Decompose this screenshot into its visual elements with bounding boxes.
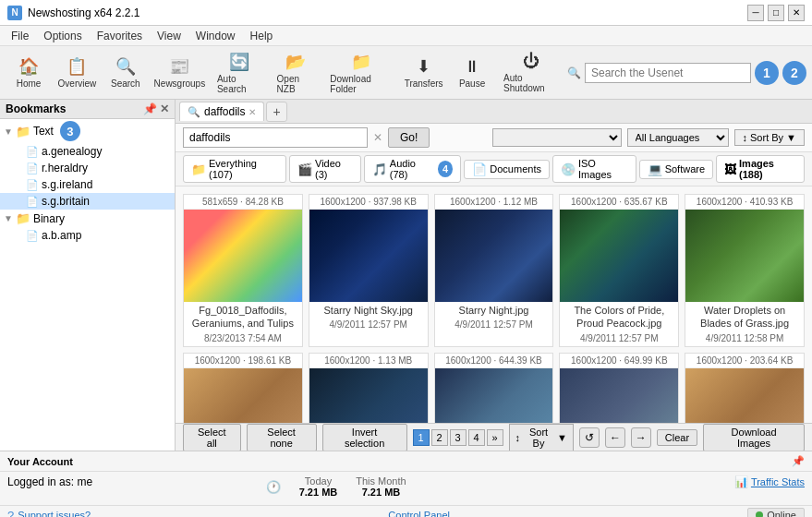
invert-selection-button[interactable]: Invert selection — [322, 424, 407, 451]
image-card-0[interactable]: 581x659 · 84.28 KB Fg_0018_Daffodils, Ge… — [183, 194, 303, 347]
menu-item-file[interactable]: File — [4, 28, 36, 44]
control-panel-text[interactable]: Control Panel — [388, 510, 450, 517]
content-search-input[interactable] — [183, 127, 368, 148]
account-header: Your Account 📌 — [0, 451, 812, 472]
language-select-empty[interactable] — [492, 128, 622, 147]
auto-shutdown-button[interactable]: ⏻ Auto Shutdown — [497, 48, 565, 97]
page-2-button[interactable]: 2 — [431, 429, 448, 446]
usenet-search-area: 🔍 1 2 — [567, 61, 806, 85]
clear-button[interactable]: Clear — [657, 429, 697, 446]
tab-close-button[interactable]: ✕ — [248, 107, 256, 117]
auto-search-button[interactable]: 🔄 Auto Search — [211, 48, 269, 98]
genealogy-label: a.genealogy — [42, 145, 102, 158]
maximize-button[interactable]: □ — [768, 5, 784, 21]
newsgroups-icon: 📰 — [169, 56, 189, 77]
sidebar-item-genealogy[interactable]: 📄 a.genealogy — [0, 143, 175, 160]
image-card-3[interactable]: 1600x1200 · 635.67 KB The Colors of Prid… — [559, 194, 679, 347]
support-icon: ? — [7, 509, 14, 518]
select-none-button[interactable]: Select none — [247, 424, 317, 451]
page-1-button[interactable]: 1 — [413, 429, 430, 446]
menu-item-view[interactable]: View — [150, 28, 188, 44]
download-images-button[interactable]: Download Images — [703, 424, 805, 451]
open-nzb-button[interactable]: 📂 Open NZB — [271, 48, 322, 98]
image-thumb-5 — [184, 368, 302, 423]
minimize-button[interactable]: ─ — [747, 5, 764, 21]
bottom-action-bar: Select all Select none Invert selection … — [176, 423, 812, 451]
bottom-sort-button[interactable]: ↕ Sort By ▼ — [509, 424, 574, 451]
control-panel-link[interactable]: Control Panel — [388, 509, 450, 517]
image-card-9[interactable]: 1600x1200 · 203.64 KB — [685, 353, 805, 423]
images-icon: 🖼 — [724, 162, 736, 176]
cat-video[interactable]: 🎬 Video (3) — [289, 155, 361, 183]
page-next-button[interactable]: » — [487, 429, 503, 446]
image-card-1[interactable]: 1600x1200 · 937.98 KB Starry Night Sky.j… — [309, 194, 429, 347]
usenet-search-input[interactable] — [585, 63, 751, 83]
sidebar-pin-icon[interactable]: 📌 — [143, 102, 157, 115]
image-meta-3: 1600x1200 · 635.67 KB — [560, 195, 678, 210]
search-clear-button[interactable]: ✕ — [373, 131, 382, 144]
menu-item-options[interactable]: Options — [36, 28, 89, 44]
sidebar-item-britain[interactable]: 📄 s.g.britain — [0, 193, 175, 210]
download-folder-icon: 📁 — [351, 52, 371, 72]
image-card-6[interactable]: 1600x1200 · 1.13 MB — [309, 353, 429, 423]
download-folder-button[interactable]: 📁 Download Folder — [323, 48, 398, 98]
page-3-button[interactable]: 3 — [450, 429, 467, 446]
close-button[interactable]: ✕ — [788, 5, 805, 21]
go-button[interactable]: Go! — [388, 127, 430, 148]
cat-documents[interactable]: 📄 Documents — [464, 160, 550, 179]
language-dropdown[interactable]: All Languages — [627, 128, 729, 147]
open-nzb-icon: 📂 — [285, 52, 306, 72]
select-all-button[interactable]: Select all — [183, 424, 241, 451]
image-grid: 581x659 · 84.28 KB Fg_0018_Daffodils, Ge… — [176, 186, 812, 423]
cat-documents-label: Documents — [490, 163, 541, 174]
refresh-button[interactable]: ↺ — [579, 427, 600, 448]
menu-item-help[interactable]: Help — [243, 28, 281, 44]
software-icon: 💻 — [648, 162, 662, 176]
traffic-stats-text[interactable]: Traffic Stats — [751, 476, 805, 487]
search-button[interactable]: 🔍 Search — [103, 53, 149, 92]
sidebar-item-abamp[interactable]: 📄 a.b.amp — [0, 227, 175, 244]
binary-group-label: Binary — [33, 212, 65, 225]
support-link[interactable]: Support issues? — [18, 510, 91, 517]
cat-images[interactable]: 🖼 Images (188) — [716, 155, 805, 183]
image-card-5[interactable]: 1600x1200 · 198.61 KB — [183, 353, 303, 423]
image-card-7[interactable]: 1600x1200 · 644.39 KB — [434, 353, 554, 423]
pagination: 1 2 3 4 » — [413, 429, 503, 446]
cat-iso[interactable]: 💿 ISO Images — [552, 155, 636, 183]
traffic-stats-link[interactable]: 📊 Traffic Stats — [734, 475, 805, 488]
sidebar-item-ireland[interactable]: 📄 s.g.ireland — [0, 176, 175, 193]
image-card-2[interactable]: 1600x1200 · 1.12 MB Starry Night.jpg 4/9… — [434, 194, 554, 347]
sort-by-button[interactable]: ↕ Sort By ▼ — [734, 129, 805, 146]
cat-software[interactable]: 💻 Software — [639, 160, 713, 179]
image-card-4[interactable]: 1600x1200 · 410.93 KB Water Droplets on … — [685, 194, 805, 347]
newsgroups-button[interactable]: 📰 Newsgroups — [151, 53, 209, 92]
tree-group-text[interactable]: ▼ 📁 Text 3 — [0, 119, 175, 143]
tree-group-binary[interactable]: ▼ 📁 Binary — [0, 210, 175, 227]
sort-icon: ↕ — [743, 132, 748, 143]
bottom-sort-chevron: ▼ — [557, 432, 567, 443]
open-nzb-label: Open NZB — [277, 74, 316, 94]
nav-fwd-button[interactable]: → — [631, 427, 651, 448]
cat-everything-label: Everything (107) — [209, 158, 278, 180]
sidebar-item-heraldry[interactable]: 📄 r.heraldry — [0, 160, 175, 176]
newsgroups-label: Newsgroups — [154, 78, 206, 89]
menu-item-favorites[interactable]: Favorites — [90, 28, 150, 44]
pause-button[interactable]: ⏸ Pause — [449, 54, 495, 92]
sidebar-close-icon[interactable]: ✕ — [160, 102, 169, 115]
logged-in-text: Logged in as: me — [7, 475, 92, 488]
cat-audio[interactable]: 🎵 Audio (78) 4 — [364, 155, 461, 183]
image-date-2: 4/9/2011 12:57 PM — [435, 319, 553, 332]
home-button[interactable]: 🏠 Home — [6, 53, 52, 92]
image-card-8[interactable]: 1600x1200 · 649.99 KB — [559, 353, 679, 423]
tab-add-button[interactable]: + — [266, 102, 286, 122]
category-tabs-inner: 📁 Everything (107) 🎬 Video (3) 🎵 Audio (… — [183, 155, 805, 183]
overview-button[interactable]: 📋 Overview — [54, 53, 101, 92]
image-thumb-4 — [685, 210, 804, 302]
tab-daffodils[interactable]: 🔍 daffodils ✕ — [179, 102, 264, 121]
transfers-button[interactable]: ⬇ Transfers — [400, 53, 447, 92]
nav-back-button[interactable]: ← — [605, 427, 625, 448]
cat-everything[interactable]: 📁 Everything (107) — [183, 155, 286, 183]
page-4-button[interactable]: 4 — [468, 429, 485, 446]
auto-search-icon: 🔄 — [229, 52, 249, 72]
menu-item-window[interactable]: Window — [188, 28, 243, 44]
